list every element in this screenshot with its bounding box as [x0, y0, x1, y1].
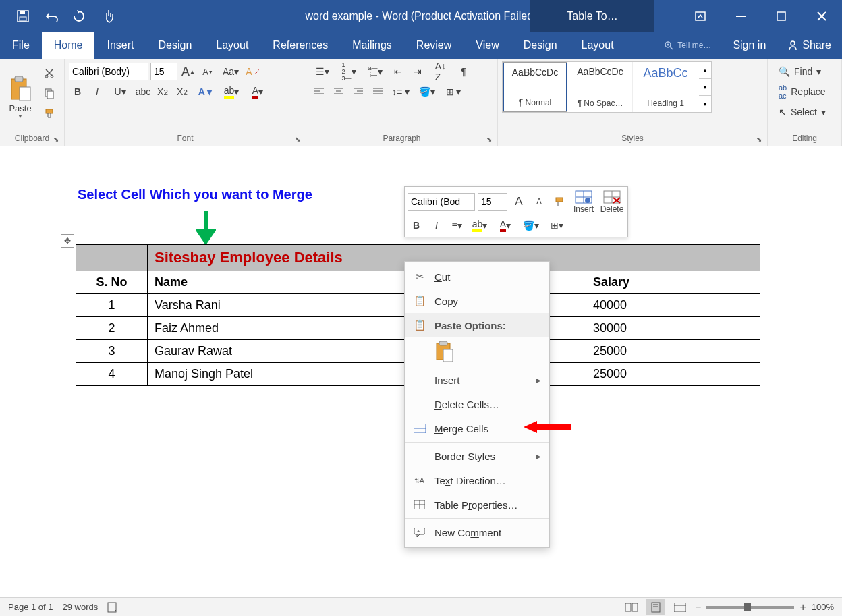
- highlight-icon[interactable]: ab▾: [219, 83, 244, 101]
- ribbon-display-icon[interactable]: [680, 0, 721, 32]
- text-effects-icon[interactable]: A ▾: [193, 83, 217, 101]
- ctx-insert[interactable]: Insert▶: [405, 368, 549, 392]
- mini-align-icon[interactable]: ≡▾: [448, 217, 466, 234]
- line-spacing-icon[interactable]: ↕≡ ▾: [389, 83, 413, 101]
- align-right-icon[interactable]: [349, 83, 367, 101]
- page-status[interactable]: Page 1 of 1: [8, 602, 53, 612]
- bullets-icon[interactable]: ☰▾: [310, 63, 335, 80]
- cut-icon[interactable]: [40, 64, 58, 82]
- minimize-icon[interactable]: [721, 0, 761, 32]
- col-sno[interactable]: S. No: [76, 271, 148, 294]
- document-area[interactable]: Select Cell Which you want to Merge ✥ Si…: [0, 146, 842, 616]
- mini-format-painter-icon[interactable]: [551, 193, 568, 211]
- print-layout-icon[interactable]: [646, 599, 665, 615]
- shrink-font-icon[interactable]: A▼: [199, 63, 217, 80]
- word-count[interactable]: 29 words: [63, 602, 99, 612]
- paste-button[interactable]: Paste ▼: [4, 61, 36, 132]
- tab-insert[interactable]: Insert: [94, 32, 146, 59]
- table-tools-tab[interactable]: Table To…: [530, 0, 654, 32]
- table-title[interactable]: Sitesbay Employee Details: [148, 245, 405, 271]
- tell-me[interactable]: Tell me…: [653, 32, 722, 59]
- styles-gallery[interactable]: AaBbCcDc ¶ Normal AaBbCcDc ¶ No Spac… Aa…: [502, 61, 712, 113]
- font-name-input[interactable]: [69, 63, 148, 80]
- web-layout-icon[interactable]: [671, 599, 690, 615]
- maximize-icon[interactable]: [761, 0, 802, 32]
- mini-delete-button[interactable]: Delete: [599, 190, 625, 214]
- find-button[interactable]: 🔍Find ▾: [775, 63, 830, 80]
- paragraph-dialog-launcher[interactable]: ⬊: [486, 136, 495, 144]
- styles-more-icon[interactable]: ▲ ▼ ▼: [699, 62, 711, 112]
- proofing-icon[interactable]: [107, 602, 119, 613]
- tab-design[interactable]: Design: [146, 32, 204, 59]
- bold-button[interactable]: B: [69, 83, 86, 101]
- italic-button[interactable]: I: [88, 83, 106, 101]
- styles-dialog-launcher[interactable]: ⬊: [756, 136, 764, 144]
- zoom-in-button[interactable]: +: [799, 601, 806, 613]
- close-icon[interactable]: [802, 0, 842, 32]
- touch-mode-icon[interactable]: [99, 7, 120, 26]
- mini-bold-button[interactable]: B: [408, 217, 425, 234]
- mini-grow-font-icon[interactable]: A: [510, 193, 528, 211]
- tab-mailings[interactable]: Mailings: [340, 32, 404, 59]
- table-move-handle-icon[interactable]: ✥: [61, 234, 74, 248]
- font-size-input[interactable]: [150, 63, 177, 80]
- strikethrough-button[interactable]: abc: [134, 83, 152, 101]
- clipboard-dialog-launcher[interactable]: ⬊: [53, 136, 61, 144]
- ctx-copy[interactable]: 📋Copy: [405, 289, 549, 313]
- mini-font-color-icon[interactable]: A▾: [494, 217, 517, 234]
- style-heading1[interactable]: AaBbCc Heading 1: [634, 62, 698, 112]
- tab-review[interactable]: Review: [404, 32, 464, 59]
- col-name[interactable]: Name: [148, 271, 405, 294]
- decrease-indent-icon[interactable]: ⇤: [389, 63, 407, 80]
- select-button[interactable]: ↖Select ▾: [775, 103, 830, 121]
- redo-icon[interactable]: [68, 7, 90, 26]
- align-left-icon[interactable]: [310, 83, 328, 101]
- copy-icon[interactable]: [40, 84, 58, 102]
- borders-icon[interactable]: ⊞ ▾: [441, 83, 466, 101]
- sign-in[interactable]: Sign in: [722, 32, 777, 59]
- mini-italic-button[interactable]: I: [428, 217, 445, 234]
- style-no-spacing[interactable]: AaBbCcDc ¶ No Spac…: [568, 62, 633, 112]
- mini-font-size[interactable]: [478, 193, 507, 211]
- tab-table-layout[interactable]: Layout: [569, 32, 626, 59]
- mini-borders-icon[interactable]: ⊞▾: [545, 217, 568, 234]
- format-painter-icon[interactable]: [40, 105, 58, 122]
- zoom-out-button[interactable]: −: [695, 601, 701, 613]
- subscript-button[interactable]: X2: [154, 83, 171, 101]
- tab-view[interactable]: View: [464, 32, 511, 59]
- clear-format-icon[interactable]: A⟋: [245, 63, 262, 80]
- zoom-level[interactable]: 100%: [812, 602, 834, 612]
- font-color-icon[interactable]: A ▾: [246, 83, 270, 101]
- save-icon[interactable]: [12, 7, 34, 26]
- zoom-slider[interactable]: [706, 606, 794, 609]
- change-case-icon[interactable]: Aa▾: [219, 63, 243, 80]
- numbering-icon[interactable]: 1—2—3—▾: [337, 63, 361, 80]
- underline-button[interactable]: U ▾: [108, 83, 132, 101]
- mini-shrink-font-icon[interactable]: A: [530, 193, 548, 211]
- style-normal[interactable]: AaBbCcDc ¶ Normal: [503, 62, 567, 112]
- justify-icon[interactable]: [369, 83, 387, 101]
- share-button[interactable]: Share: [777, 32, 842, 59]
- mini-shading-icon[interactable]: 🪣▾: [520, 217, 542, 234]
- tab-home[interactable]: Home: [42, 32, 95, 59]
- grow-font-icon[interactable]: A▲: [179, 63, 197, 80]
- ctx-cut[interactable]: ✂Cut: [405, 264, 549, 289]
- tab-layout[interactable]: Layout: [204, 32, 260, 59]
- ctx-table-properties[interactable]: Table Properties…: [405, 493, 549, 517]
- mini-highlight-icon[interactable]: ab▾: [468, 217, 491, 234]
- tab-references[interactable]: References: [260, 32, 340, 59]
- sort-icon[interactable]: A↓Z: [428, 63, 453, 80]
- tab-table-design[interactable]: Design: [511, 32, 569, 59]
- undo-icon[interactable]: [43, 7, 64, 26]
- mini-font-name[interactable]: [408, 193, 475, 211]
- ctx-border-styles[interactable]: Border Styles▶: [405, 444, 549, 468]
- ctx-delete-cells[interactable]: Delete Cells…: [405, 392, 549, 416]
- ctx-text-direction[interactable]: ⇅AText Direction…: [405, 468, 549, 493]
- shading-icon[interactable]: 🪣▾: [415, 83, 439, 101]
- superscript-button[interactable]: X2: [173, 83, 191, 101]
- tab-file[interactable]: File: [0, 32, 42, 59]
- show-marks-icon[interactable]: ¶: [455, 63, 472, 80]
- multilevel-icon[interactable]: a— i—▾: [363, 63, 387, 80]
- font-dialog-launcher[interactable]: ⬊: [295, 136, 303, 144]
- ctx-new-comment[interactable]: +New Comment: [405, 520, 549, 544]
